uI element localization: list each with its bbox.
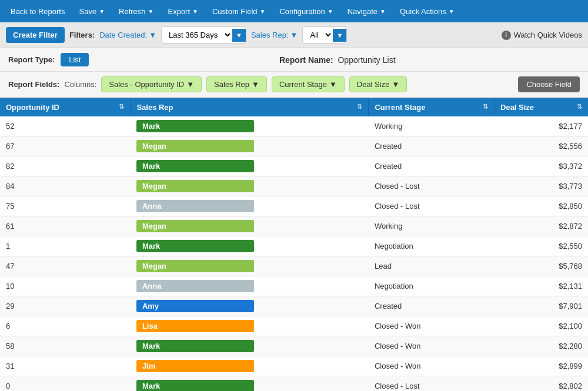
cell-sales-rep: Megan <box>131 136 369 156</box>
cell-sales-rep: Lisa <box>131 316 369 336</box>
sales-rep-badge: Megan <box>136 140 254 152</box>
cell-opportunity-id: 82 <box>0 156 131 176</box>
cell-deal-size: $3,773 <box>495 176 588 196</box>
nav-quick-actions[interactable]: Quick Actions ▼ <box>393 2 462 21</box>
report-fields-row: Report Fields: Columns: Sales - Opportun… <box>0 72 588 98</box>
sort-icon-2: ⇅ <box>483 103 488 111</box>
cell-current-stage: Working <box>369 216 495 236</box>
watch-quick-videos[interactable]: i Watch Quick Videos <box>502 31 582 40</box>
col-header-opportunity-id[interactable]: Opportunity ID ⇅ <box>0 98 131 116</box>
cell-sales-rep: Amy <box>131 296 369 316</box>
filters-label: Filters: <box>69 31 95 39</box>
report-fields-label: Report Fields: <box>8 80 59 89</box>
cell-opportunity-id: 1 <box>0 236 131 256</box>
sales-rep-filter-arrow: ▼ <box>290 31 298 39</box>
nav-refresh-arrow: ▼ <box>148 8 154 15</box>
cell-current-stage: Negotiation <box>369 236 495 256</box>
cell-sales-rep: Megan <box>131 216 369 236</box>
cell-opportunity-id: 6 <box>0 316 131 336</box>
cell-opportunity-id: 0 <box>0 376 131 392</box>
nav-refresh[interactable]: Refresh ▼ <box>112 2 161 21</box>
nav-back-to-reports[interactable]: Back to Reports <box>4 2 72 21</box>
list-type-button[interactable]: List <box>61 53 89 66</box>
sales-rep-badge: Megan <box>136 220 254 232</box>
nav-save-arrow: ▼ <box>99 8 105 15</box>
data-table: Opportunity ID ⇅ Sales Rep ⇅ Current Sta… <box>0 98 588 391</box>
sales-rep-badge: Lisa <box>136 320 254 332</box>
all-dropdown-button[interactable]: ▼ <box>333 29 346 42</box>
nav-configuration[interactable]: Configuration ▼ <box>272 2 340 21</box>
cell-current-stage: Created <box>369 136 495 156</box>
cell-opportunity-id: 75 <box>0 196 131 216</box>
table-row: 31JimClosed - Won$2,899 <box>0 356 588 376</box>
report-type-row: Report Type: List Report Name: Opportuni… <box>0 48 588 72</box>
cell-current-stage: Closed - Lost <box>369 176 495 196</box>
all-select[interactable]: All <box>303 27 333 43</box>
sales-rep-badge: Mark <box>136 380 254 391</box>
cell-opportunity-id: 29 <box>0 296 131 316</box>
sales-rep-badge: Mark <box>136 160 254 172</box>
cell-deal-size: $2,556 <box>495 136 588 156</box>
date-created-filter[interactable]: Date Created: ▼ <box>99 31 156 39</box>
choose-field-button[interactable]: Choose Field <box>518 76 580 92</box>
columns-label: Columns: <box>64 80 96 89</box>
date-range-dropdown-button[interactable]: ▼ <box>232 29 246 42</box>
date-range-select[interactable]: Last 365 Days <box>162 27 232 43</box>
col-header-sales-rep[interactable]: Sales Rep ⇅ <box>131 98 369 116</box>
report-name: Report Name: Opportunity List <box>279 55 396 65</box>
cell-current-stage: Created <box>369 296 495 316</box>
sales-rep-badge: Megan <box>136 260 254 272</box>
nav-export[interactable]: Export ▼ <box>161 2 205 21</box>
cell-current-stage: Created <box>369 156 495 176</box>
field-deal-size[interactable]: Deal Size ▼ <box>349 76 407 92</box>
sales-rep-filter[interactable]: Sales Rep: ▼ <box>251 31 298 39</box>
cell-deal-size: $3,372 <box>495 156 588 176</box>
table-row: 29AmyCreated$7,901 <box>0 296 588 316</box>
field-sales-opportunity-id[interactable]: Sales - Opportunity ID ▼ <box>101 76 202 92</box>
cell-current-stage: Closed - Won <box>369 336 495 356</box>
cell-sales-rep: Anna <box>131 276 369 296</box>
cell-deal-size: $2,872 <box>495 216 588 236</box>
date-range-select-container: Last 365 Days ▼ <box>161 26 246 44</box>
cell-deal-size: $2,899 <box>495 356 588 376</box>
cell-opportunity-id: 52 <box>0 116 131 136</box>
cell-deal-size: $2,100 <box>495 316 588 336</box>
table-row: 82MarkCreated$3,372 <box>0 156 588 176</box>
cell-sales-rep: Jim <box>131 356 369 376</box>
nav-export-arrow: ▼ <box>192 8 198 15</box>
cell-current-stage: Closed - Won <box>369 316 495 336</box>
nav-custom-field[interactable]: Custom Field ▼ <box>205 2 272 21</box>
field-sales-rep[interactable]: Sales Rep ▼ <box>206 76 267 92</box>
cell-current-stage: Lead <box>369 256 495 276</box>
cell-opportunity-id: 10 <box>0 276 131 296</box>
sort-icon-0: ⇅ <box>119 103 124 111</box>
nav-save[interactable]: Save ▼ <box>72 2 112 21</box>
cell-sales-rep: Megan <box>131 176 369 196</box>
sort-icon-1: ⇅ <box>357 103 362 111</box>
table-row: 6LisaClosed - Won$2,100 <box>0 316 588 336</box>
cell-opportunity-id: 61 <box>0 216 131 236</box>
nav-configuration-arrow: ▼ <box>328 8 333 15</box>
col-header-deal-size[interactable]: Deal Size ⇅ <box>495 98 588 116</box>
create-filter-button[interactable]: Create Filter <box>6 27 65 43</box>
cell-opportunity-id: 47 <box>0 256 131 276</box>
table-row: 10AnnaNegotiation$2,131 <box>0 276 588 296</box>
cell-opportunity-id: 58 <box>0 336 131 356</box>
field-current-stage[interactable]: Current Stage ▼ <box>272 76 345 92</box>
nav-navigate-arrow: ▼ <box>380 8 386 15</box>
cell-deal-size: $2,802 <box>495 376 588 392</box>
cell-opportunity-id: 31 <box>0 356 131 376</box>
cell-deal-size: $2,550 <box>495 236 588 256</box>
table-row: 58MarkClosed - Won$2,280 <box>0 336 588 356</box>
col-header-current-stage[interactable]: Current Stage ⇅ <box>369 98 495 116</box>
table-header-row: Opportunity ID ⇅ Sales Rep ⇅ Current Sta… <box>0 98 588 116</box>
field-arrow-1: ▼ <box>252 80 259 89</box>
field-arrow-3: ▼ <box>392 80 399 89</box>
sort-icon-3: ⇅ <box>577 103 582 111</box>
nav-navigate[interactable]: Navigate ▼ <box>340 2 393 21</box>
cell-deal-size: $2,131 <box>495 276 588 296</box>
sales-rep-badge: Mark <box>136 240 254 252</box>
field-arrow-2: ▼ <box>329 80 337 89</box>
table-row: 47MeganLead$5,768 <box>0 256 588 276</box>
cell-deal-size: $2,177 <box>495 116 588 136</box>
